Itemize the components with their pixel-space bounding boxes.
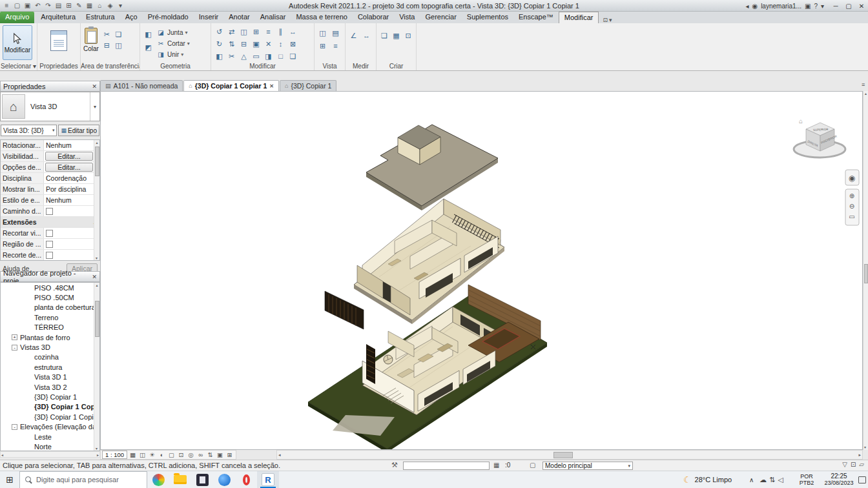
ribbon-tab[interactable]: Enscape™ bbox=[513, 12, 559, 23]
view-control-icon[interactable]: ⊞ bbox=[225, 451, 234, 459]
panel-label[interactable]: Selecionar ▾ bbox=[0, 63, 37, 70]
panel-label[interactable]: Geometria bbox=[140, 63, 211, 70]
modify-tool-icon[interactable]: ↺ bbox=[214, 26, 225, 37]
language-indicator[interactable]: POR PTB2 bbox=[796, 473, 818, 486]
ribbon-tab[interactable]: Modificar bbox=[559, 12, 599, 23]
modify-tool-icon[interactable]: ▭ bbox=[251, 51, 262, 61]
geometry-menu-row[interactable]: ✂ Cortar ▾ bbox=[156, 38, 190, 49]
design-option-icon[interactable]: ▢ bbox=[530, 462, 535, 469]
canvas-hscrollbar[interactable]: ◂▸ bbox=[276, 450, 863, 460]
qat-tool-icon[interactable]: ↷ bbox=[43, 1, 53, 10]
taskbar-weather[interactable]: ☾ 28°C Limpo bbox=[683, 474, 732, 485]
close-icon[interactable]: ✕ bbox=[92, 83, 97, 90]
modify-tool-button[interactable]: Modificar bbox=[3, 25, 32, 60]
qat-tool-icon[interactable]: ↶ bbox=[33, 1, 43, 10]
tree-item[interactable]: cozinha bbox=[1, 352, 99, 362]
property-row[interactable]: Rotacionar... Nenhum bbox=[1, 140, 99, 151]
qat-tool-icon[interactable]: ⌂ bbox=[95, 1, 105, 10]
view-tool-icon[interactable]: ▤ bbox=[330, 28, 341, 38]
ribbon-tab[interactable]: Aço bbox=[120, 12, 143, 23]
tree-expander-icon[interactable] bbox=[26, 394, 32, 400]
tree-expander-icon[interactable] bbox=[26, 384, 32, 390]
ribbon-tab[interactable]: Pré-moldado bbox=[143, 12, 194, 23]
chevron-down-icon[interactable]: ▾ bbox=[90, 92, 99, 121]
notification-center-icon[interactable] bbox=[858, 476, 866, 483]
filter-icon[interactable]: ▽ bbox=[842, 461, 847, 468]
tree-expander-icon[interactable] bbox=[26, 305, 32, 310]
edit-type-button[interactable]: ▦ Editar tipo bbox=[58, 125, 99, 136]
property-value[interactable]: Nenhum bbox=[44, 141, 99, 149]
ribbon-tab[interactable]: Vista bbox=[394, 12, 420, 23]
paste-icon[interactable] bbox=[85, 28, 98, 44]
close-icon[interactable]: ✕ bbox=[92, 274, 97, 280]
property-row[interactable]: Estilo de e... Nenhum bbox=[1, 195, 99, 206]
panel-label[interactable]: Criar bbox=[377, 63, 416, 70]
view-control-icon[interactable]: ▦ bbox=[128, 451, 138, 459]
tree-expander-icon[interactable] bbox=[26, 414, 32, 420]
ribbon-tab[interactable]: Analisar bbox=[255, 12, 291, 23]
modify-tool-icon[interactable]: ❏ bbox=[287, 51, 298, 61]
tree-expander-icon[interactable] bbox=[26, 364, 32, 370]
start-button[interactable]: ⊞ bbox=[0, 471, 19, 488]
taskbar-app-assistant[interactable] bbox=[147, 471, 169, 488]
maximize-button[interactable]: ▢ bbox=[844, 3, 853, 10]
taskbar-app-explorer[interactable] bbox=[169, 471, 191, 488]
scale-selector[interactable]: 1 : 100 bbox=[102, 451, 127, 459]
view-control-icon[interactable]: ⊡ bbox=[176, 451, 186, 459]
view-tool-icon[interactable]: ≡ bbox=[330, 41, 341, 51]
view-tab[interactable]: ▤ A101 - Não nomeada bbox=[100, 80, 183, 91]
qat-tool-icon[interactable]: ≡ bbox=[2, 1, 12, 10]
tree-expander-icon[interactable] bbox=[26, 325, 32, 330]
properties-scrollbar[interactable]: ▴▾ bbox=[94, 140, 99, 260]
panel-label[interactable]: Modificar bbox=[211, 63, 314, 70]
tree-item[interactable]: {3D} Copiar 1 bbox=[1, 392, 99, 402]
property-value[interactable]: Nenhum bbox=[44, 196, 99, 204]
ribbon-tab[interactable]: Arquivo bbox=[0, 12, 34, 23]
modify-tool-icon[interactable]: ≡ bbox=[263, 26, 274, 37]
paste-label[interactable]: Colar bbox=[83, 45, 99, 52]
tree-expander-icon[interactable]: + bbox=[12, 334, 17, 340]
property-row[interactable]: Recorte de... bbox=[1, 250, 99, 261]
tree-item[interactable]: estrutura bbox=[1, 362, 99, 372]
view-tab[interactable]: ⌂ {3D} Copiar 1 Copiar 1 ✕ bbox=[183, 80, 279, 91]
geometry-menu-row[interactable]: ◪ Junta ▾ bbox=[156, 27, 190, 38]
measure-tool-icon[interactable]: ∠ bbox=[348, 30, 359, 41]
tree-expander-icon[interactable] bbox=[26, 404, 32, 410]
tree-item[interactable]: Terreno bbox=[1, 312, 99, 322]
modify-tool-icon[interactable]: ↕ bbox=[275, 39, 286, 49]
properties-icon[interactable] bbox=[50, 30, 67, 51]
modify-tool-icon[interactable]: ⊞ bbox=[251, 26, 262, 37]
tray-expand-icon[interactable]: ∧ bbox=[749, 476, 754, 483]
view-control-icon[interactable]: ☀ bbox=[147, 451, 157, 459]
tree-item[interactable]: - Elevações (Elevação da bbox=[1, 422, 99, 431]
clipboard-tool-icon[interactable]: ❏ bbox=[113, 29, 124, 39]
pan-icon[interactable]: ▭ bbox=[849, 213, 854, 220]
close-button[interactable]: ✕ bbox=[857, 3, 866, 10]
panel-label[interactable]: Área de transferência bbox=[81, 63, 140, 70]
workset-combo[interactable] bbox=[403, 462, 490, 470]
taskbar-app-revit[interactable]: R bbox=[257, 471, 279, 488]
create-tool-icon[interactable]: ❏ bbox=[379, 30, 389, 41]
view-tab[interactable]: ⌂ {3D} Copiar 1 bbox=[280, 80, 336, 91]
tree-expander-icon[interactable] bbox=[26, 374, 32, 380]
qat-tool-icon[interactable]: ✎ bbox=[74, 1, 84, 10]
minimize-button[interactable]: ─ bbox=[831, 3, 840, 10]
ribbon-tab[interactable]: Suplementos bbox=[462, 12, 513, 23]
view-control-icon[interactable]: ◐ bbox=[157, 451, 167, 459]
type-selector[interactable]: ⌂ Vista 3D ▾ bbox=[0, 92, 100, 121]
view-control-icon[interactable]: ◫ bbox=[138, 451, 147, 459]
help-icon[interactable]: ? bbox=[814, 3, 818, 10]
modify-tool-icon[interactable]: □ bbox=[275, 51, 286, 61]
steering-wheel-icon[interactable]: ◉ bbox=[849, 174, 855, 183]
clipboard-tool-icon[interactable]: ✂ bbox=[101, 29, 112, 39]
tree-item[interactable]: {3D} Copiar 1 Copia bbox=[1, 402, 99, 412]
ribbon-tab[interactable]: Inserir bbox=[194, 12, 224, 23]
tree-expander-icon[interactable]: - bbox=[12, 424, 17, 430]
ribbon-tab[interactable]: Arquitetura bbox=[36, 12, 81, 23]
property-value[interactable] bbox=[44, 229, 99, 238]
worksharing-icon[interactable]: ⚒ bbox=[391, 461, 398, 469]
zoom-in-icon[interactable]: ⊕ bbox=[849, 192, 854, 199]
taskbar-app-opera[interactable] bbox=[235, 471, 257, 488]
modify-tool-icon[interactable]: ◫ bbox=[238, 26, 249, 37]
property-value[interactable] bbox=[44, 207, 99, 216]
